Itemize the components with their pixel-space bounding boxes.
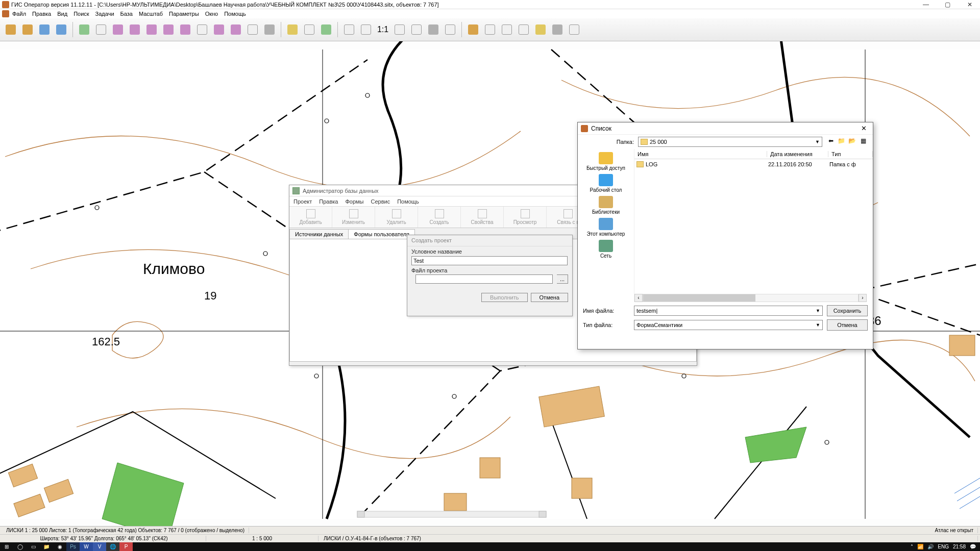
tool-lamp1-icon[interactable] bbox=[110, 22, 126, 37]
close-button[interactable]: ✕ bbox=[960, 1, 980, 8]
tool-lamp6-icon[interactable] bbox=[211, 22, 227, 37]
tool-extent-icon[interactable] bbox=[285, 22, 300, 37]
tool-list-icon[interactable] bbox=[245, 22, 260, 37]
file-dialog-titlebar[interactable]: Список ✕ bbox=[578, 122, 873, 135]
cancel-button[interactable]: Отмена bbox=[827, 319, 868, 331]
tool-zoomout-icon[interactable] bbox=[341, 22, 357, 37]
tray-lang[interactable]: ENG bbox=[938, 544, 949, 549]
proj-name-input[interactable] bbox=[411, 256, 568, 265]
tool-open-icon[interactable] bbox=[3, 22, 18, 37]
col-name[interactable]: Имя bbox=[634, 151, 767, 157]
admin-tb-view[interactable]: Просмотр bbox=[504, 207, 547, 228]
tool-text2-icon[interactable] bbox=[499, 22, 514, 37]
col-type[interactable]: Тип bbox=[828, 151, 873, 157]
tool-zoomin-icon[interactable] bbox=[358, 22, 374, 37]
menu-search[interactable]: Поиск bbox=[74, 11, 89, 17]
col-date[interactable]: Дата изменения bbox=[767, 151, 828, 157]
menu-help[interactable]: Помощь bbox=[224, 11, 246, 17]
tool-helpcursor-icon[interactable] bbox=[567, 22, 582, 37]
tool-sheets-icon[interactable] bbox=[77, 22, 92, 37]
tool-compass-icon[interactable] bbox=[302, 22, 317, 37]
tool-flash-icon[interactable] bbox=[318, 22, 334, 37]
save-button[interactable]: Сохранить bbox=[827, 305, 868, 316]
tray-notif-icon[interactable]: 💬 bbox=[970, 544, 976, 549]
file-row[interactable]: LOG 22.11.2016 20:50 Папка с ф bbox=[634, 159, 873, 169]
scroll-left-button[interactable]: ‹ bbox=[634, 294, 643, 302]
tray-wifi-icon[interactable]: 📶 bbox=[917, 544, 923, 549]
place-thispc[interactable]: Этот компьютер bbox=[587, 218, 625, 237]
file-dialog-close-button[interactable]: ✕ bbox=[858, 124, 870, 132]
place-libraries[interactable]: Библиотеки bbox=[592, 196, 620, 215]
taskbar-visio-icon[interactable]: V bbox=[93, 542, 106, 551]
taskbar-chrome-icon[interactable]: ◉ bbox=[53, 542, 66, 551]
filetype-combo[interactable]: ФормаСемантики ▼ bbox=[634, 320, 823, 330]
taskbar-gis-icon[interactable]: 🌐 bbox=[106, 542, 119, 551]
taskbar-word-icon[interactable]: W bbox=[80, 542, 93, 551]
tool-globe-icon[interactable] bbox=[37, 22, 52, 37]
nav-back-icon[interactable]: ⬅ bbox=[826, 137, 836, 146]
scroll-thumb[interactable] bbox=[643, 294, 755, 302]
nav-views-icon[interactable]: ▦ bbox=[859, 137, 868, 146]
tool-check-icon[interactable] bbox=[409, 22, 424, 37]
tool-lamp3-icon[interactable] bbox=[144, 22, 159, 37]
tool-table-icon[interactable] bbox=[465, 22, 481, 37]
tray-time[interactable]: 21:58 bbox=[953, 544, 966, 549]
tool-print-icon[interactable] bbox=[550, 22, 565, 37]
filename-input[interactable]: testsem| ▼ bbox=[634, 306, 823, 316]
menu-scale[interactable]: Масштаб bbox=[139, 11, 163, 17]
menu-edit[interactable]: Правка bbox=[32, 11, 51, 17]
tool-addnode-icon[interactable] bbox=[93, 22, 109, 37]
admin-tb-delete[interactable]: Удалить bbox=[375, 207, 418, 228]
tool-lamp5-icon[interactable] bbox=[178, 22, 193, 37]
tool-back-icon[interactable] bbox=[426, 22, 441, 37]
admin-menu-edit[interactable]: Правка bbox=[319, 198, 338, 205]
folder-combo[interactable]: 25 000 ▼ bbox=[638, 137, 822, 147]
tool-text3-icon[interactable] bbox=[516, 22, 531, 37]
tray-sound-icon[interactable]: 🔊 bbox=[927, 544, 934, 549]
taskbar-taskview-icon[interactable]: ▭ bbox=[27, 542, 40, 551]
admin-menu-help[interactable]: Помощь bbox=[397, 198, 419, 205]
nav-newfolder-icon[interactable]: 📂 bbox=[848, 137, 857, 146]
taskbar-photoshop-icon[interactable]: Ps bbox=[66, 542, 80, 551]
admin-tb-edit[interactable]: Изменить bbox=[332, 207, 375, 228]
tab-userforms[interactable]: Формы пользователя bbox=[348, 229, 415, 239]
admin-tb-add[interactable]: Добавить bbox=[289, 207, 332, 228]
tab-datasources[interactable]: Источники данных bbox=[289, 229, 349, 239]
tool-lamp2-icon[interactable] bbox=[127, 22, 142, 37]
file-list-hscroll[interactable]: ‹ › bbox=[634, 294, 867, 302]
admin-tb-create[interactable]: Создать bbox=[418, 207, 461, 228]
tool-text1-icon[interactable] bbox=[482, 22, 498, 37]
taskbar-explorer-icon[interactable]: 📁 bbox=[40, 542, 53, 551]
menu-window[interactable]: Окно bbox=[205, 11, 218, 17]
maximize-button[interactable]: ▢ bbox=[938, 1, 958, 8]
admin-menu-forms[interactable]: Формы bbox=[345, 198, 363, 205]
taskbar-ppt-icon[interactable]: P bbox=[119, 542, 133, 551]
proj-file-input[interactable] bbox=[415, 274, 553, 284]
place-desktop[interactable]: Рабочий стол bbox=[590, 174, 622, 193]
tray-up-icon[interactable]: ˄ bbox=[911, 544, 913, 549]
tool-fit-icon[interactable] bbox=[392, 22, 407, 37]
menu-params[interactable]: Параметры bbox=[169, 11, 199, 17]
tool-pointer-icon[interactable] bbox=[443, 22, 458, 37]
taskbar-search-icon[interactable]: ◯ bbox=[13, 542, 27, 551]
menu-file[interactable]: Файл bbox=[12, 11, 26, 17]
menu-base[interactable]: База bbox=[120, 11, 133, 17]
file-list[interactable]: Имя Дата изменения Тип LOG 22.11.2016 20… bbox=[634, 149, 873, 302]
admin-menu-project[interactable]: Проект bbox=[293, 198, 312, 205]
tool-lamp4-icon[interactable] bbox=[161, 22, 176, 37]
place-network[interactable]: Сеть bbox=[599, 240, 613, 259]
place-quickaccess[interactable]: Быстрый доступ bbox=[586, 152, 625, 171]
tool-layers-icon[interactable] bbox=[54, 22, 69, 37]
proj-cancel-button[interactable]: Отмена bbox=[531, 293, 568, 302]
nav-up-icon[interactable]: 📁 bbox=[837, 137, 846, 146]
tool-select-icon[interactable] bbox=[194, 22, 210, 37]
tool-lamp8-icon[interactable] bbox=[262, 22, 277, 37]
admin-tb-props[interactable]: Свойства bbox=[461, 207, 504, 228]
tool-lamp7-icon[interactable] bbox=[228, 22, 243, 37]
start-button[interactable]: ⊞ bbox=[0, 542, 13, 551]
admin-menu-service[interactable]: Сервис bbox=[371, 198, 390, 205]
proj-browse-button[interactable]: ... bbox=[557, 274, 568, 284]
minimize-button[interactable]: — bbox=[916, 1, 936, 8]
menu-tasks[interactable]: Задачи bbox=[95, 11, 114, 17]
scroll-right-button[interactable]: › bbox=[859, 294, 867, 302]
